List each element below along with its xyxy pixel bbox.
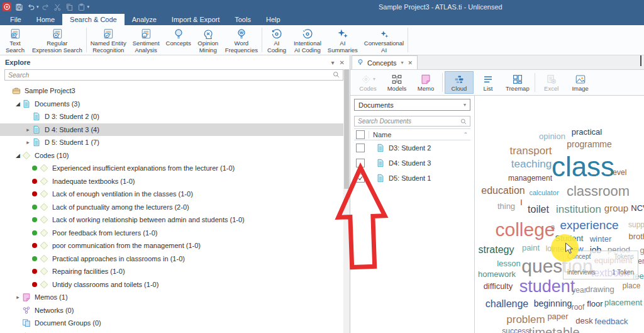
tree-item[interactable]: D 3: Student 2 (0) [0,110,350,123]
toolbar-cloud-button[interactable]: Cloud [445,71,474,94]
tree-item[interactable]: ◢Codes (10) [0,149,350,162]
cloud-word[interactable]: group [604,203,628,213]
close-icon[interactable]: ✕ [340,59,345,66]
cloud-word[interactable]: homework [478,270,516,278]
tree-item[interactable]: Experienced insufficient explanations fr… [0,162,350,175]
cloud-word[interactable]: education [481,186,525,196]
copy-icon[interactable] [65,2,75,12]
tree-item[interactable]: ▸Memos (1) [0,291,350,304]
ai-coding-button[interactable]: AICoding [263,25,291,55]
tree-item[interactable]: Untidy classrooms and toilets (1-0) [0,278,350,291]
document-row[interactable]: D3: Student 2 [354,140,470,155]
named-entity-button[interactable]: Named EntityRecognition [87,25,130,55]
cloud-word[interactable]: a [551,223,555,230]
name-column-header[interactable]: Name [369,131,463,138]
cloud-word[interactable]: I [520,199,522,206]
intentional-ai-button[interactable]: IntentionalAI Coding [291,25,325,55]
tree-item[interactable]: Lack of punctuality among the lecturers … [0,201,350,214]
toolbar-models-button[interactable]: Models [382,71,411,94]
expander-expanded-icon[interactable]: ◢ [14,101,22,107]
cloud-word[interactable]: beginning [534,299,572,308]
ai-summaries-button[interactable]: AISummaries [325,25,361,55]
tree-item[interactable]: Poor feedback from lecturers (1-0) [0,227,350,240]
regex-search-button[interactable]: RegularExpression Search [29,25,86,55]
cloud-word[interactable]: en [638,257,644,265]
cloud-word[interactable]: institution [556,204,601,215]
tree-item[interactable]: Document Groups (0) [0,317,350,330]
chevron-down-icon[interactable]: ▾ [87,4,90,9]
tree-item[interactable]: Repairing facilities (1-0) [0,265,350,278]
cloud-word[interactable]: desk [575,317,592,325]
menu-tab-import-export[interactable]: Import & Export [164,14,227,25]
cloud-word[interactable]: g [640,246,644,254]
toolbar-image-button[interactable]: Image [566,71,595,94]
toolbar-list-button[interactable]: List [474,71,502,94]
menu-tab-help[interactable]: Help [258,14,288,25]
document-checkbox[interactable] [356,144,365,152]
tree-item[interactable]: Sample Project3 [0,84,350,98]
paste-icon[interactable] [77,2,87,12]
cloud-word[interactable]: level [611,169,627,176]
cloud-word[interactable]: toilet [528,205,549,215]
sentiment-button[interactable]: SentimentAnalysis [130,25,163,55]
cloud-word[interactable]: lesson [497,259,521,268]
expander-collapsed-icon[interactable]: ▸ [24,139,32,145]
cloud-word[interactable]: thing [497,202,515,210]
expander-expanded-icon[interactable]: ◢ [14,152,22,159]
cloud-word[interactable]: student [519,278,575,295]
conversational-ai-button[interactable]: ConversationalAI [361,25,407,55]
cloud-word[interactable]: paper [547,312,568,320]
document-search-input[interactable]: Search Documents [354,116,470,127]
cloud-word[interactable]: timetable [528,326,579,333]
document-table-header[interactable]: Name ⌃ [354,128,470,140]
menu-tab-search-code[interactable]: Search & Code [62,14,125,25]
cloud-word[interactable]: problem [506,314,545,325]
tree-item[interactable]: ▸Code Groups (2) [0,330,350,333]
menu-tab-tools[interactable]: Tools [227,14,258,25]
chevron-down-icon[interactable]: ▾ [36,4,39,9]
tree-item[interactable]: ▸D 5: Student 1 (7) [0,136,350,149]
concepts-button[interactable]: Concepts [163,25,194,55]
cloud-word[interactable]: experience [560,219,619,231]
undo-icon[interactable] [26,2,36,12]
menu-tab-analyze[interactable]: Analyze [125,14,164,25]
tree-item[interactable]: Networks (0) [0,304,350,317]
cloud-word[interactable]: opinion [539,132,565,140]
text-search-button[interactable]: TextSearch [1,25,29,55]
panel-menu-icon[interactable]: ▾ [331,59,335,66]
cloud-word[interactable]: management [508,174,552,182]
expander-collapsed-icon[interactable]: ▸ [24,127,32,133]
cloud-word[interactable]: NCV [631,204,644,212]
cloud-word[interactable]: placement [604,298,642,307]
cloud-word[interactable]: difficulty [484,282,513,290]
save-icon[interactable] [14,2,24,12]
cloud-word[interactable]: year [572,286,586,294]
cloud-word[interactable]: brother [628,232,644,240]
cut-icon[interactable] [53,2,63,12]
close-icon[interactable]: ✕ [408,60,413,66]
cloud-word[interactable]: transport [509,145,552,156]
cloud-word[interactable]: feedback [595,317,628,325]
cloud-word[interactable]: challenge [486,299,529,309]
chevron-down-icon[interactable]: ▾ [401,60,403,65]
tree-item[interactable]: poor communication from the management (… [0,239,350,252]
cloud-word[interactable]: winter [590,235,612,243]
cloud-word[interactable]: floor [587,300,602,308]
cloud-word[interactable]: support [628,221,644,229]
menu-tab-file[interactable]: File [3,14,29,25]
cloud-word[interactable]: paint [522,244,540,252]
tree-item[interactable]: Lack of working relationship between adm… [0,213,350,227]
tree-item[interactable]: Inadequate textbooks (1-0) [0,175,350,188]
cloud-word[interactable]: roof [572,303,585,311]
cloud-word[interactable]: class [552,153,614,181]
cloud-word[interactable]: drawing [586,285,614,293]
tree-item[interactable]: Practical approaches in classrooms in (1… [0,252,350,266]
cloud-word[interactable]: practical [572,128,602,136]
word-frequencies-button[interactable]: WWordFrequencies [222,25,261,55]
toolbar-treemap-button[interactable]: Treemap [502,71,533,94]
cloud-word[interactable]: success [502,327,529,333]
cloud-word[interactable]: strategy [479,245,514,255]
explore-search-input[interactable]: Search [4,69,343,81]
scope-dropdown[interactable]: Documents ▾ [354,99,470,111]
tree-item[interactable]: ▸D 4: Student 3 (4) [0,123,350,137]
